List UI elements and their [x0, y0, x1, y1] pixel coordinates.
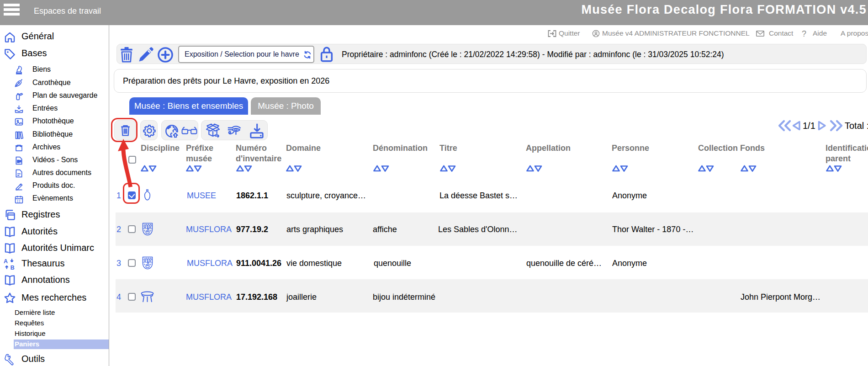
svg-text:A: A	[4, 258, 8, 265]
svg-text:B: B	[11, 265, 15, 270]
